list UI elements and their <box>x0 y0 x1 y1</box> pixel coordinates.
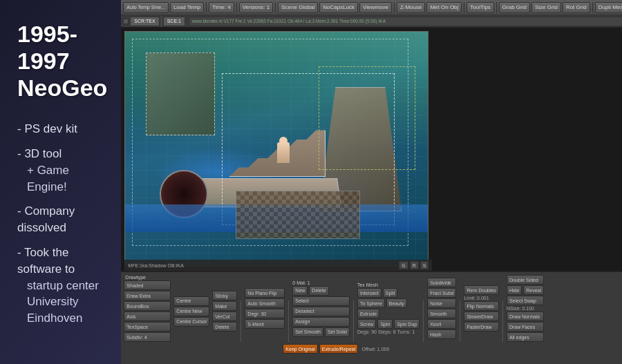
mat-section: 0 Mat: 1 New Delete Select Deselect Assi… <box>292 280 350 337</box>
section-divider-3 <box>353 300 354 342</box>
centre-new-btn[interactable]: Centre New <box>173 307 209 316</box>
view-widget[interactable] <box>123 19 129 24</box>
s-mesh-btn[interactable]: S-Mesh <box>245 319 285 329</box>
double-sided-btn[interactable]: Double Sided <box>507 275 544 285</box>
auto-smooth-btn[interactable]: Auto Smooth <box>245 298 285 308</box>
spin-dup-btn[interactable]: Spin Dup <box>394 319 420 329</box>
slide-title: 1995-1997 NeoGeo <box>17 21 107 102</box>
mat-select-btn[interactable]: Select <box>292 296 350 306</box>
dupli-mesh-btn[interactable]: Dupli Mesh <box>595 2 622 13</box>
bottom-row-1: Drawtype Shaded Draw Extra BoundBox Axis… <box>124 275 622 342</box>
viewmove-btn[interactable]: Viewmove <box>359 2 392 13</box>
rem-doubles-btn[interactable]: Rem Doubles <box>464 285 498 295</box>
centre-cursor-btn[interactable]: Centre Cursor <box>173 317 209 327</box>
fract-subd-btn[interactable]: Fract Subd <box>427 288 456 298</box>
z-mouse-btn[interactable]: Z-Mouse <box>397 2 426 13</box>
url-bar[interactable]: www.blender.nl V177 Fre:1 Ve:22983 Fa:10… <box>192 19 386 23</box>
blender-top-bar[interactable]: Auto Temp Sme... Load Temp Time: 4 Versi… <box>121 0 622 15</box>
set-smooth-btn[interactable]: Set Smooth <box>292 327 323 337</box>
noise-btn[interactable]: Noise <box>427 298 456 308</box>
drawtype-col: Drawtype Shaded Draw Extra BoundBox Axis… <box>124 275 171 342</box>
subdiv-btn[interactable]: Subdiv: 4 <box>124 332 171 342</box>
keep-original-btn[interactable]: Keep Original <box>283 344 317 354</box>
scale-btn[interactable]: S <box>420 261 429 269</box>
blender-bottom-panel: Drawtype Shaded Draw Extra BoundBox Axis… <box>121 271 622 364</box>
all-edges-btn[interactable]: All edges <box>507 332 544 342</box>
time-btn[interactable]: Time: 4 <box>209 2 234 13</box>
load-temp-btn[interactable]: Load Temp <box>170 2 204 13</box>
grab-grid-btn[interactable]: Grab Grid <box>499 2 530 13</box>
display-section: Double Sided Hide Reveal Select Swap NSi… <box>507 275 544 342</box>
spin-btn[interactable]: Spin <box>377 319 393 329</box>
size-grid-btn[interactable]: Size Grid <box>531 2 561 13</box>
mat-deselect-btn[interactable]: Deselect <box>292 307 350 316</box>
extrude-repeat-btn[interactable]: Extrude/Repeat <box>319 344 359 354</box>
versions-btn[interactable]: Versions: 1 <box>239 2 274 13</box>
section-divider-6 <box>502 300 503 342</box>
smooth-btn[interactable]: Smooth <box>427 309 456 318</box>
scene-tab[interactable]: SCE:1 <box>163 17 185 26</box>
slower-draw-btn[interactable]: SlowerDraw <box>464 312 498 321</box>
tooltips-btn[interactable]: ToolTips <box>466 2 494 13</box>
shaded-btn[interactable]: Shaded <box>124 280 171 290</box>
viewport-3d[interactable] <box>124 31 428 266</box>
met-ob-btn[interactable]: Met On Obj <box>426 2 462 13</box>
bullet-4: - Took the software to startup center Un… <box>17 240 107 331</box>
mat-count: 0 Mat: 1 <box>292 280 310 285</box>
tab-sep <box>161 17 162 26</box>
mat-delete-btn[interactable]: Delete <box>309 286 328 296</box>
rot-btn[interactable]: R <box>410 261 419 269</box>
to-sphere-btn[interactable]: To Sphere <box>357 298 385 308</box>
mat-assign-btn[interactable]: Assign <box>292 317 350 327</box>
mat-new-btn[interactable]: New <box>292 286 308 296</box>
reveal-btn[interactable]: Reveal <box>523 285 544 295</box>
normals-section: Rem Doubles Limit: 0.001 Flip Normals Sl… <box>464 285 498 332</box>
vercol-btn[interactable]: VerCol <box>212 312 237 321</box>
limit-label: Limit: 0.001 <box>464 296 498 300</box>
split-btn[interactable]: Split <box>383 288 398 298</box>
delete-btn[interactable]: Delete <box>212 322 237 332</box>
faster-draw-btn[interactable]: FasterDraw <box>464 322 498 332</box>
screen-tab[interactable]: SCR:TEX <box>130 17 159 26</box>
degs-label: Degs: 90 <box>357 329 377 334</box>
scene-global-btn[interactable]: Scene Global <box>278 2 318 13</box>
beauty-btn[interactable]: Beauty <box>386 298 407 308</box>
centre-col: Centre Centre New Centre Cursor <box>173 291 209 327</box>
make-btn[interactable]: Make <box>212 301 237 311</box>
deg-30-btn[interactable]: Degr: 30 <box>245 309 285 318</box>
rot-grid-btn[interactable]: Rot Grid <box>563 2 590 13</box>
bullet-3: - Company dissolved <box>17 199 107 240</box>
set-solid-btn[interactable]: Set Solid <box>325 327 350 337</box>
bullet-1: - PS dev kit <box>17 117 107 142</box>
sep-2 <box>236 2 237 13</box>
xsort-btn[interactable]: Xsort <box>427 319 456 329</box>
grab-btn[interactable]: G <box>399 261 408 269</box>
auto-temp-btn[interactable]: Auto Temp Sme... <box>123 2 169 13</box>
slide-container: 1995-1997 NeoGeo - PS dev kit - 3D tool … <box>0 0 622 364</box>
viewport-info: MFE:1ka:Shadow OB:IKA <box>128 263 395 268</box>
tex-space-btn[interactable]: TexSpace <box>124 322 171 332</box>
no-piano-flip-btn[interactable]: No Piano Flip <box>245 288 285 298</box>
boundbox-btn[interactable]: BoundBox <box>124 301 171 311</box>
subdivide-btn[interactable]: Subdivide <box>427 278 456 287</box>
hash-btn[interactable]: Hash <box>427 329 456 339</box>
bullet-2: - 3D tool + Game Engine! <box>17 142 107 199</box>
flip-normals-btn[interactable]: Flip Normals <box>464 301 498 311</box>
intersect-btn[interactable]: Intersect <box>357 288 381 298</box>
screw-btn[interactable]: Screw <box>357 319 376 329</box>
centre-btn[interactable]: Centre <box>173 296 209 306</box>
drawtype-label: Drawtype <box>124 275 171 280</box>
sticky-btn[interactable]: Sticky <box>212 291 237 300</box>
sep-6 <box>496 2 497 13</box>
draw-extra-btn[interactable]: Draw Extra <box>124 291 171 300</box>
select-swap-btn[interactable]: Select Swap <box>507 296 544 305</box>
bullet-list: - PS dev kit - 3D tool + Game Engine! - … <box>17 117 107 331</box>
extrude-btn[interactable]: Extrude <box>357 309 379 318</box>
hide-btn[interactable]: Hide <box>507 285 522 295</box>
draw-faces-btn[interactable]: Draw Faces <box>507 322 544 332</box>
axis-btn[interactable]: Axis <box>124 312 171 321</box>
sep-7 <box>592 2 593 13</box>
draw-normals-btn[interactable]: Draw Normals <box>507 312 544 321</box>
character <box>277 142 290 163</box>
no-caps-btn[interactable]: NoCapsLock <box>319 2 358 13</box>
